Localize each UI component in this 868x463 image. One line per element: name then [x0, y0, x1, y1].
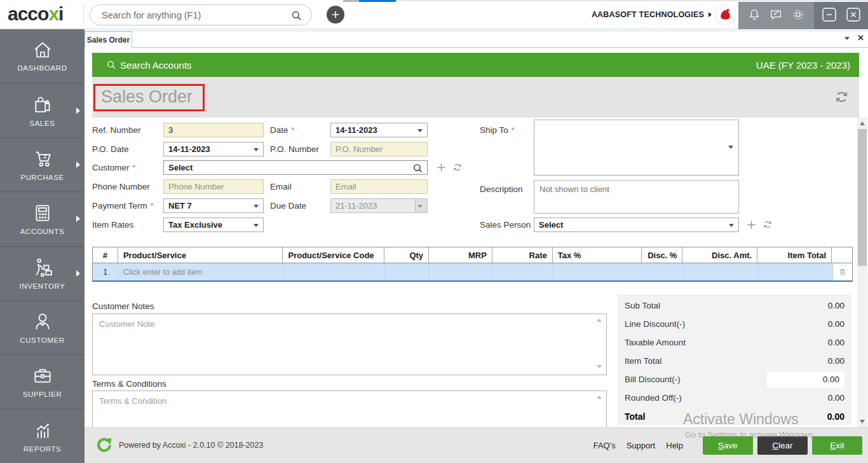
sidebar-item-label: INVENTORY: [19, 282, 65, 290]
chevron-right-icon: [76, 270, 80, 277]
totals-row-rounded-off: Rounded Off(-)0.00: [618, 389, 851, 407]
date-dropdown[interactable]: 14-11-2023: [330, 123, 428, 137]
col-actions: [832, 247, 852, 263]
chevron-down-icon: [417, 205, 423, 208]
col-qty: Qty: [384, 247, 429, 263]
chevron-down-icon: [728, 146, 733, 149]
chevron-right-icon: [76, 107, 80, 114]
sidebar-item-label: SALES: [29, 120, 55, 127]
add-item-cell[interactable]: Click enter to add item: [118, 263, 283, 280]
powered-by-text: Powered by Accoxi - 2.0.10 © 2018-2023: [119, 441, 263, 450]
customer-label: Customer*: [92, 160, 135, 175]
refresh-icon[interactable]: [833, 88, 850, 106]
tab-list-dropdown-icon[interactable]: [844, 37, 850, 40]
add-sales-person-icon[interactable]: [745, 219, 757, 231]
sidebar-item-label: REPORTS: [24, 445, 62, 453]
description-label: Description: [480, 182, 523, 197]
add-customer-icon[interactable]: [435, 162, 447, 174]
header-iconbar: [738, 0, 814, 29]
main-content: Sales Order ✕ Search Accounts UAE (FY 20…: [85, 29, 868, 463]
item-row[interactable]: 1 Click enter to add item: [92, 263, 853, 282]
global-search: [90, 4, 312, 25]
po-number-input[interactable]: [330, 142, 428, 156]
ref-number-label: Ref. Number: [92, 123, 141, 137]
payment-term-dropdown[interactable]: NET 7: [163, 198, 264, 213]
customer-select[interactable]: Select: [163, 160, 428, 175]
chart-icon: [31, 420, 54, 441]
chevron-right-icon: [709, 12, 712, 17]
sales-person-label: Sales Person: [480, 218, 531, 232]
totals-row-total: Total0.00: [618, 407, 851, 425]
scroll-up-arrow[interactable]: [860, 121, 865, 125]
bill-discount-input[interactable]: [767, 371, 844, 388]
global-search-input[interactable]: [102, 6, 286, 24]
description-textarea[interactable]: [534, 180, 739, 214]
sidebar-item-sales[interactable]: SALES: [0, 83, 85, 137]
tab-sales-order[interactable]: Sales Order: [85, 31, 132, 48]
refresh-customer-icon[interactable]: [452, 162, 463, 173]
quick-add-button[interactable]: [327, 6, 344, 24]
clear-button[interactable]: Clear: [757, 436, 808, 455]
search-accounts-button[interactable]: Search Accounts: [106, 60, 192, 71]
sales-person-dropdown[interactable]: Select: [534, 218, 739, 232]
trash-icon: [838, 266, 847, 277]
sidebar-item-label: CUSTOMER: [20, 336, 64, 344]
notifications-bell-icon[interactable]: [747, 8, 761, 22]
col-num: #: [93, 247, 118, 263]
trolley-icon: [31, 257, 55, 279]
sidebar-item-purchase[interactable]: PURCHASE: [0, 138, 85, 192]
chevron-down-icon: [729, 224, 734, 227]
save-button[interactable]: Save: [703, 436, 753, 455]
sidebar-item-reports[interactable]: REPORTS: [0, 410, 85, 463]
delete-row-button[interactable]: [833, 263, 852, 280]
exit-button[interactable]: Exit: [812, 436, 862, 455]
settings-gear-icon[interactable]: [791, 8, 805, 22]
support-link[interactable]: Support: [627, 441, 656, 450]
chevron-down-icon: [254, 224, 259, 227]
due-date-label: Due Date: [270, 198, 306, 213]
chevron-down-icon: [254, 205, 259, 208]
sidebar-item-inventory[interactable]: INVENTORY: [0, 247, 85, 301]
totals-row-line-discount: Line Discount(-)0.00: [618, 315, 851, 333]
sidebar-item-dashboard[interactable]: DASHBOARD: [0, 29, 85, 83]
totals-row-item-total: Item Total0.00: [618, 352, 851, 370]
window-top-strip: [0, 0, 868, 2]
messages-chat-icon[interactable]: [769, 8, 783, 22]
items-table-header: # Product/Service Product/Service Code Q…: [92, 247, 853, 263]
vertical-scrollbar[interactable]: [857, 118, 867, 427]
tab-close-icon[interactable]: ✕: [857, 33, 864, 43]
ship-to-select[interactable]: [534, 120, 739, 176]
company-avatar[interactable]: [715, 5, 735, 25]
faqs-link[interactable]: FAQ's: [593, 441, 616, 450]
col-item-total: Item Total: [757, 247, 832, 263]
scroll-down-arrow[interactable]: [860, 420, 865, 424]
sidebar-item-supplier[interactable]: SUPPLIER: [0, 355, 85, 409]
close-icon[interactable]: [846, 7, 861, 22]
email-input[interactable]: [330, 179, 428, 194]
col-tax: Tax %: [553, 247, 642, 263]
ref-number-input[interactable]: [163, 123, 264, 137]
sidebar-item-customer[interactable]: CUSTOMER: [0, 301, 85, 355]
page-title: Sales Order: [101, 87, 193, 107]
header-divider: [83, 4, 84, 25]
search-icon[interactable]: [290, 10, 302, 22]
person-icon: [31, 311, 54, 333]
po-date-dropdown[interactable]: 14-11-2023: [163, 142, 264, 156]
customer-search-icon[interactable]: [412, 163, 423, 174]
refresh-sales-person-icon[interactable]: [762, 219, 773, 230]
fiscal-year-label: UAE (FY 2023 - 2023): [756, 60, 850, 71]
item-rates-dropdown[interactable]: Tax Exclusive: [163, 218, 264, 232]
phone-input[interactable]: [163, 179, 264, 194]
customer-notes-textarea[interactable]: [92, 314, 607, 375]
due-date-dropdown: 21-11-2023: [330, 198, 428, 213]
sidebar-item-accounts[interactable]: ACCOUNTS: [0, 192, 85, 246]
minimize-icon[interactable]: [822, 7, 837, 22]
help-link[interactable]: Help: [666, 441, 683, 450]
app-header: accoxi AABASOFT TECHNOLOGIES: [0, 0, 868, 29]
company-switcher[interactable]: AABASOFT TECHNOLOGIES: [592, 0, 712, 29]
col-product-code: Product/Service Code: [283, 247, 384, 263]
sidebar-item-label: ACCOUNTS: [20, 228, 64, 235]
col-disc-amt: Disc. Amt.: [682, 247, 757, 263]
scrollbar-thumb[interactable]: [858, 129, 867, 266]
sidebar-item-label: PURCHASE: [20, 174, 64, 181]
